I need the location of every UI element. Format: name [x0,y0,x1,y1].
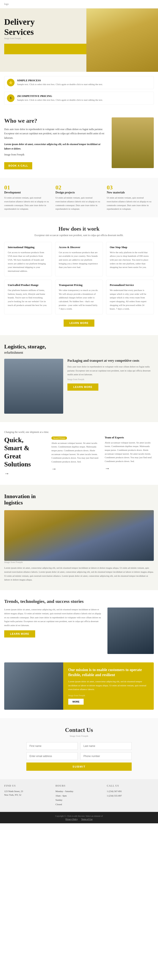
book-call-button[interactable]: BOOK A CALL [4,162,32,169]
phone-2: 1 (234) 555-897 [107,794,154,797]
call-title: CALL US [107,784,154,788]
step-2: 02 Design projects Ut enim ad minim veni… [55,184,103,211]
mission-desc: Lorem ipsum dolor sit amet, consectetur … [68,679,149,691]
how-card-5: Personalized Service We understand that … [106,280,154,314]
feature-desc-1: Sample text. Click to select this text b… [17,83,103,86]
changing-col-desc-2: Ahole accumsan volutpat laoreet. Sit ame… [105,441,154,463]
changing-section: Changing the world, one shipment at a ti… [0,422,158,485]
step-title-1: Development [4,191,51,194]
innovation-section: Innovation in logistics Image from Freep… [0,485,158,590]
how-card-title-2: One Stop Shop [110,246,150,249]
big-text-3: Great [4,452,46,460]
step-num-3: 03 [107,184,154,191]
trends-text: Lorem ipsum dolor sit amet, consectetur … [4,608,103,654]
logistics-content: Packaging and transport at very competit… [67,359,154,391]
trends-title: Trends, technologies, and success storie… [4,599,154,604]
email-input[interactable] [26,752,78,760]
how-title: How does it work [4,226,154,232]
hours-sun: Sunday [55,798,103,802]
footer-call: CALL US 1 (234) 567-891 1 (234) 555-897 [107,784,154,807]
step-desc-3: Ut enim ad minim veniam, quis nostrud ex… [107,196,154,211]
step-1: 01 Development Ut enim ad minim veniam, … [4,184,51,211]
who-title: Who we are? [4,118,107,124]
feature-title-2: 2$COMPETITIVE PRICING [17,94,103,98]
hero-image [86,8,158,72]
how-card-desc-2: We're the only platform in the world tha… [110,251,150,269]
first-name-input[interactable] [26,742,78,750]
mission-title: Our mission is to enable customers to op… [68,668,149,678]
find-us-title: FIND US [4,784,51,788]
mission-inner: Our mission is to enable customers to op… [4,662,154,710]
innovation-image [4,510,154,561]
innovation-desc: Lorem ipsum dolor sit amet, consectetur … [4,566,154,582]
find-us-address: 123 Ninth Street, 23 New York, NY, 52 [4,789,51,797]
footer-find-us: FIND US 123 Ninth Street, 23 New York, N… [4,784,51,807]
trends-learn-more-button[interactable]: LEARN MORE [4,630,35,638]
big-text-4: Solutions [4,460,46,468]
logistics-learn-more-button[interactable]: LEARN MORE [67,383,98,391]
how-btn-wrap: LEARN MORE [4,320,154,327]
trends-inner: Lorem ipsum dolor sit amet, consectetur … [4,608,154,654]
step-title-2: Design projects [55,191,103,194]
hero-content: Delivery Services Image from Freepik [4,17,84,40]
footer-hours: HOURS Monday - Saturday 10am - 6pm Sunda… [55,784,103,807]
phone-input[interactable] [80,752,132,760]
how-card-title-1: Access & Discover [59,246,99,249]
hours-title: HOURS [55,784,103,788]
learn-more-button[interactable]: LEARN MORE [64,320,95,327]
last-name-input[interactable] [80,742,132,750]
how-card-title-5: Personalized Service [110,283,150,287]
changing-left: Quick, Smart & Great Solutions → [4,436,46,477]
how-card-desc-5: We understand that every purchase is uni… [110,288,150,311]
innovation-credit: Image from Freepik [4,561,154,563]
contact-section: Contact Us Image from Freepik SUBMIT [0,718,158,779]
logistics-inner: Packaging and transport at very competit… [4,359,154,414]
features-panel: ⭐ SIMPLE PROCESS Sample text. Click to s… [0,72,158,109]
logistics-title: Logistics, storage, [4,344,154,350]
hours-time: 10am - 6pm [55,794,103,797]
mission-section: Our mission is to enable customers to op… [0,662,158,718]
innovation-title: Innovation in logistics [4,493,154,506]
how-card-4: Transparent Pricing We value transparenc… [55,280,103,314]
mission-image [4,662,63,710]
logistics-content-desc: Duis aute irure dolor in reprehenderit i… [67,365,154,377]
mission-more-button[interactable]: MORE [68,699,84,705]
who-highlight: Lorem ipsum dolor sit amet, consectetur … [4,142,107,151]
mission-credit: Image from Freepik [68,694,149,697]
footer-columns: FIND US 123 Ninth Street, 23 New York, N… [4,784,154,807]
submit-button[interactable]: SUBMIT [26,762,132,771]
footer-links: Privacy Policy Terms of Use [4,818,154,820]
logistics-content-title: Packaging and transport at very competit… [67,359,154,363]
trends-section: Trends, technologies, and success storie… [0,590,158,662]
changing-col-title-2: Team of Experts [105,436,154,439]
how-card-desc-4: We value transparency so much as you do.… [59,288,99,311]
how-card-title-3: Unrivalled Product Range [8,283,48,287]
how-card-desc-0: Get access to warehouse products from US… [8,251,48,273]
who-section: Who we are? Duis aute irure dolor in rep… [0,109,158,178]
mission-content: Our mission is to enable customers to op… [63,662,154,710]
privacy-policy-link[interactable]: Privacy Policy [66,818,78,820]
logistics-image [4,359,63,414]
navbar: logo [0,0,158,8]
footer: Copyright ©. Click to edit this text. Se… [0,812,158,823]
logo: logo [4,3,9,6]
who-credit: Image from Freepik [4,153,107,157]
terms-of-use-link[interactable]: Terms of Use [81,818,92,820]
feature-pricing: $ 2$COMPETITIVE PRICING Sample text. Cli… [4,92,154,105]
trends-image-inner [107,608,154,654]
logistics-subtitle: refurbishment [4,351,154,355]
how-card-3: Unrivalled Product Range Our platform fe… [4,280,52,314]
how-section: How does it work Excepteur sint occaecat… [0,217,158,335]
hero-section: Delivery Services Image from Freepik [0,8,158,72]
contact-name-row [26,742,132,750]
how-card-title-4: Transparent Pricing [59,283,99,287]
steps-section: 01 Development Ut enim ad minim veniam, … [0,178,158,217]
pricing-icon: $ [7,94,14,102]
hours-days: Monday - Saturday [55,789,103,793]
how-card-desc-3: Our platform features millions of items,… [8,288,48,307]
copyright-text: Copyright ©. Click to edit this text. Se… [4,815,154,817]
trends-image [107,608,154,654]
step-desc-2: Ut enim ad minim veniam, quis nostrud ex… [55,196,103,211]
who-desc1: Duis aute irure dolor in reprehenderit i… [4,127,107,140]
hero-image-credit: Image from Freepik [4,37,84,40]
